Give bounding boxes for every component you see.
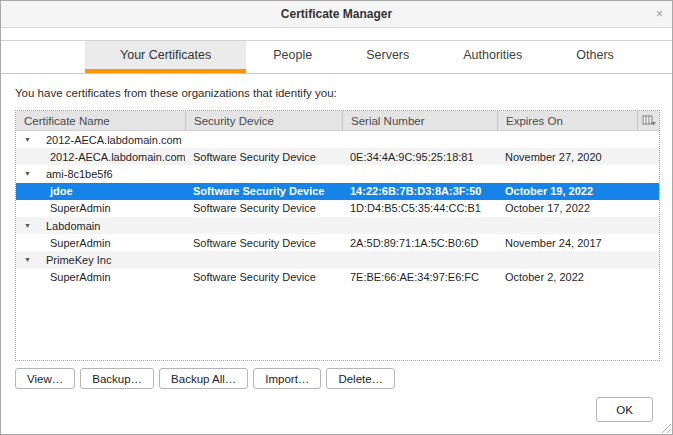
group-label: PrimeKey Inc xyxy=(46,254,111,266)
cert-row-selected[interactable]: jdoeSoftware Security Device14:22:6B:7B:… xyxy=(16,183,659,200)
cert-row[interactable]: SuperAdminSoftware Security Device7E:BE:… xyxy=(16,269,659,286)
cert-serial-number: 1D:D4:B5:C5:35:44:CC:B1 xyxy=(342,202,497,214)
cert-name: jdoe xyxy=(16,185,185,197)
cert-security-device: Software Security Device xyxy=(185,151,342,163)
backup-all-button[interactable]: Backup All… xyxy=(159,368,248,389)
cert-row[interactable]: SuperAdminSoftware Security Device2A:5D:… xyxy=(16,234,659,251)
ok-button[interactable]: OK xyxy=(596,397,653,422)
cert-group-row[interactable]: ▼PrimeKey Inc xyxy=(16,251,659,268)
tab-servers[interactable]: Servers xyxy=(339,41,436,73)
expander-icon[interactable]: ▼ xyxy=(24,256,35,263)
cert-expires-on: October 19, 2022 xyxy=(497,185,637,197)
delete-button[interactable]: Delete… xyxy=(326,368,395,389)
import-button[interactable]: Import… xyxy=(253,368,321,389)
tab-others[interactable]: Others xyxy=(549,41,641,73)
table-header-row: Certificate Name Security Device Serial … xyxy=(16,111,659,131)
resize-grip[interactable] xyxy=(660,422,671,433)
cert-group-row[interactable]: ▼2012-AECA.labdomain.com xyxy=(16,131,659,148)
cert-name: 2012-AECA.labdomain.com xyxy=(16,151,185,163)
group-label: ami-8c1be5f6 xyxy=(46,168,113,180)
expander-icon[interactable]: ▼ xyxy=(24,170,35,177)
view-button[interactable]: View… xyxy=(15,368,75,389)
cert-security-device: Software Security Device xyxy=(185,202,342,214)
cert-name: SuperAdmin xyxy=(16,271,185,283)
cert-serial-number: 14:22:6B:7B:D3:8A:3F:50 xyxy=(342,185,497,197)
tab-strip: Your CertificatesPeopleServersAuthoritie… xyxy=(1,40,672,74)
cert-serial-number: 7E:BE:66:AE:34:97:E6:FC xyxy=(342,271,497,283)
cert-row[interactable]: 2012-AECA.labdomain.comSoftware Security… xyxy=(16,148,659,165)
dialog-title: Certificate Manager xyxy=(281,7,392,21)
cert-expires-on: November 27, 2020 xyxy=(497,151,637,163)
backup-button[interactable]: Backup… xyxy=(80,368,154,389)
cert-name: SuperAdmin xyxy=(16,237,185,249)
dialog-titlebar: Certificate Manager × xyxy=(1,1,672,28)
tab-people[interactable]: People xyxy=(246,41,339,73)
cert-group-row[interactable]: ▼Labdomain xyxy=(16,217,659,234)
action-buttons: View…Backup…Backup All…Import…Delete… xyxy=(15,368,395,389)
cert-security-device: Software Security Device xyxy=(185,185,342,197)
certificate-manager-dialog: Certificate Manager × Your CertificatesP… xyxy=(0,0,673,435)
cert-expires-on: October 17, 2022 xyxy=(497,202,637,214)
column-header-security-device[interactable]: Security Device xyxy=(185,111,342,130)
cert-expires-on: October 2, 2022 xyxy=(497,271,637,283)
column-header-serial-number[interactable]: Serial Number xyxy=(342,111,497,130)
description-text: You have certificates from these organiz… xyxy=(15,87,337,99)
column-picker-button[interactable] xyxy=(637,111,659,130)
group-label: 2012-AECA.labdomain.com xyxy=(46,134,182,146)
column-picker-icon xyxy=(642,115,656,126)
column-header-expires-on[interactable]: Expires On xyxy=(497,111,637,130)
table-body: ▼2012-AECA.labdomain.com2012-AECA.labdom… xyxy=(16,131,659,286)
column-header-certificate-name[interactable]: Certificate Name xyxy=(16,111,185,130)
expander-icon[interactable]: ▼ xyxy=(24,136,35,143)
cert-serial-number: 0E:34:4A:9C:95:25:18:81 xyxy=(342,151,497,163)
cert-row[interactable]: SuperAdminSoftware Security Device1D:D4:… xyxy=(16,200,659,217)
cert-security-device: Software Security Device xyxy=(185,237,342,249)
tab-authorities[interactable]: Authorities xyxy=(436,41,549,73)
cert-expires-on: November 24, 2017 xyxy=(497,237,637,249)
close-icon[interactable]: × xyxy=(656,8,663,20)
expander-icon[interactable]: ▼ xyxy=(24,222,35,229)
cert-group-row[interactable]: ▼ami-8c1be5f6 xyxy=(16,165,659,182)
cert-serial-number: 2A:5D:89:71:1A:5C:B0:6D xyxy=(342,237,497,249)
cert-name: SuperAdmin xyxy=(16,202,185,214)
cert-security-device: Software Security Device xyxy=(185,271,342,283)
certificates-table[interactable]: Certificate Name Security Device Serial … xyxy=(15,110,660,361)
group-label: Labdomain xyxy=(46,220,100,232)
tab-your-certificates[interactable]: Your Certificates xyxy=(85,41,246,73)
